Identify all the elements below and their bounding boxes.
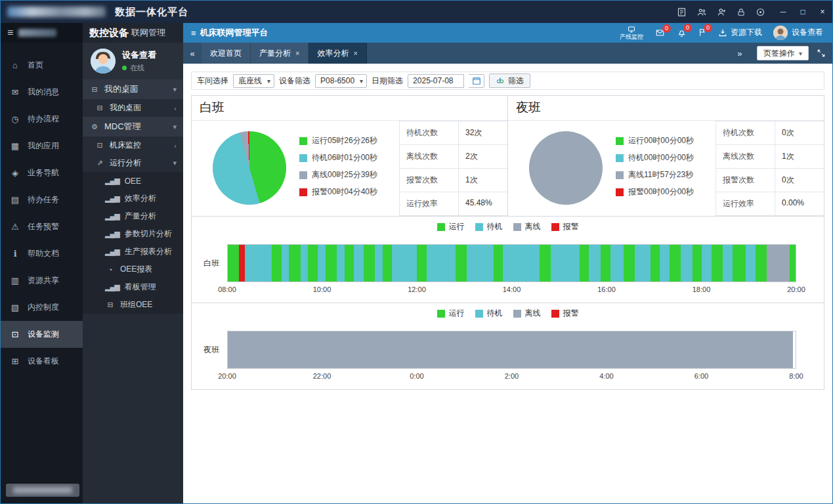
workshop-select[interactable]: 底座线 ▾ [233,74,274,88]
segment-standby [245,245,272,282]
segment-standby [635,245,650,282]
tab-产量分析[interactable]: 产量分析× [251,43,309,64]
menu-item-1[interactable]: ⊟我的桌面‹ [83,99,183,117]
stats-row: 报警次数1次 [400,168,507,192]
rail-item-my-apps[interactable]: ▦我的应用 [1,133,83,159]
legend-item: 运行00时00分00秒 [616,135,716,146]
menu-item-8[interactable]: ▂▄▆参数切片分析 [83,225,183,243]
rail-item-home[interactable]: ⌂首页 [1,52,83,79]
menu-item-3[interactable]: ⊡机床监控‹ [83,136,183,154]
rail-item-help-docs[interactable]: ℹ帮助文档 [1,240,83,267]
desktop-icon: ⊟ [95,104,104,112]
close-tab-icon[interactable]: × [295,49,299,57]
date-input[interactable]: 2025-07-08 [408,74,464,88]
close-tab-icon[interactable]: × [353,49,357,57]
segment-none [793,331,796,368]
legend-swatch-offline [616,171,624,179]
user-status: 在线 [122,63,156,73]
rail-header: ≡ [1,23,83,43]
filter-button[interactable]: 筛选 [489,74,530,88]
rail-item-device-monitor[interactable]: ⊡设备监测 [1,321,83,348]
expand-icon[interactable] [817,49,826,58]
users-icon[interactable] [696,7,707,17]
close-button[interactable]: × [813,1,832,23]
topbar-user-button[interactable]: 设备查看 [773,26,823,40]
mail-button[interactable]: 0 [654,28,666,37]
day-timeline-section: 运行待机离线报警 白班 08:0010:0012:0014:0016:0018:… [192,216,824,303]
line-monitor-button[interactable]: 产线监控 [620,26,643,41]
rail-item-todo-tasks[interactable]: ▤待办任务 [1,186,83,213]
chevron-down-icon: ▾ [799,50,802,57]
hamburger-icon[interactable]: ≡ [7,27,13,39]
user-add-icon[interactable] [717,7,727,17]
legend-item: 离线11时57分23秒 [616,169,716,180]
analysis-board: 白班 运行05时26分26秒待机06时01分00秒离线00时25分39秒报警00… [191,95,824,390]
rail-item-business-nav[interactable]: ◈业务导航 [1,159,83,186]
menu-item-9[interactable]: ▂▄▆生产报表分析 [83,243,183,261]
menu-item-12[interactable]: ⊟班组OEE [83,296,183,314]
shift-pie-chart [529,131,603,205]
menu-item-6[interactable]: ▂▄▆效率分析 [83,190,183,207]
left-rail-nav: ⌂首页✉我的消息◷待办流程▦我的应用◈业务导航▤待办任务⚠任务预警ℹ帮助文档▥资… [1,52,83,375]
user-status-label: 在线 [130,63,144,73]
menu-item-10[interactable]: ◔OEE报表 [83,261,183,278]
menu-item-11[interactable]: ▂▄▆看板管理 [83,278,183,296]
rail-item-task-alerts[interactable]: ⚠任务预警 [1,213,83,240]
night-timeline-plot: 夜班 [192,320,824,369]
rail-item-internal-control[interactable]: ▧内控制度 [1,294,83,321]
legend-item: 报警 [551,221,579,232]
redacted-watermark [6,484,79,497]
menu-item-7[interactable]: ▂▄▆产量分析 [83,207,183,225]
dashboard-icon: ⊞ [10,356,20,366]
tab-欢迎首页[interactable]: 欢迎首页 [202,43,251,64]
timeline-legend: 运行待机离线报警 [192,217,824,234]
rail-item-pending-flow[interactable]: ◷待办流程 [1,106,83,133]
segment-run [494,245,503,282]
lock-icon[interactable] [737,7,746,17]
device-value: P08-6500 [320,76,354,85]
legend-swatch-alarm [616,188,624,196]
tab-效率分析[interactable]: 效率分析× [309,43,366,64]
menu-item-0[interactable]: ⊟我的桌面▾ [83,79,183,99]
document-icon[interactable] [677,7,687,17]
stats-row: 待机次数0次 [716,121,824,144]
menu-icon[interactable]: ≡ [191,28,196,38]
day-shift-body: 运行05时26分26秒待机06时01分00秒离线00时25分39秒报警00时04… [192,121,507,216]
rail-item-label: 我的应用 [28,140,59,152]
rail-item-label: 首页 [28,60,43,71]
minimize-button[interactable]: ─ [773,1,793,23]
window-controls: ─ □ × [773,1,832,23]
segment-standby [354,245,364,282]
rail-item-device-board[interactable]: ⊞设备看板 [1,348,83,375]
axis-tick-label: 6:00 [694,372,708,380]
status-circle-icon[interactable] [756,7,765,17]
segment-run [580,245,589,282]
legend-swatch-offline [513,310,521,318]
calendar-button[interactable] [469,74,484,88]
menu-item-4[interactable]: ⇗运行分析▾ [83,154,183,172]
stats-label: 报警次数 [400,169,459,192]
segment-run [790,245,796,282]
tab-label: 欢迎首页 [210,48,242,59]
menu-item-2[interactable]: ⚙MDC管理▾ [83,117,183,136]
flag-button[interactable]: 0 [698,28,707,37]
segment-run [756,245,767,282]
axis-tick-label: 08:00 [218,285,236,293]
axis-tick-label: 16:00 [597,285,616,293]
filter-bar: 车间选择 底座线 ▾ 设备筛选 P08-6500 ▾ 日期筛选 2025-07-… [191,72,824,90]
maximize-button[interactable]: □ [793,1,813,23]
legend-item: 离线00时25分39秒 [299,169,399,180]
axis-tick-label: 18:00 [693,285,711,293]
device-select[interactable]: P08-6500 ▾ [315,74,367,88]
user-avatar[interactable] [91,49,116,74]
rail-item-resource-share[interactable]: ▥资源共享 [1,267,83,294]
tabs-scroll-right-icon[interactable]: » [731,49,749,58]
resource-download-button[interactable]: 资源下载 [718,27,762,38]
tabs-scroll-left-icon[interactable]: « [183,49,202,58]
alarm-button[interactable]: 0 [677,28,687,37]
tab-operations-button[interactable]: 页签操作 ▾ [757,46,809,60]
rail-item-messages[interactable]: ✉我的消息 [1,79,83,106]
menu-item-5[interactable]: ▂▄▆OEE [83,172,183,190]
legend-label: 报警 [563,308,579,319]
night-shift-body: 运行00时00分00秒待机00时00分00秒离线11时57分23秒报警00时00… [508,121,824,216]
